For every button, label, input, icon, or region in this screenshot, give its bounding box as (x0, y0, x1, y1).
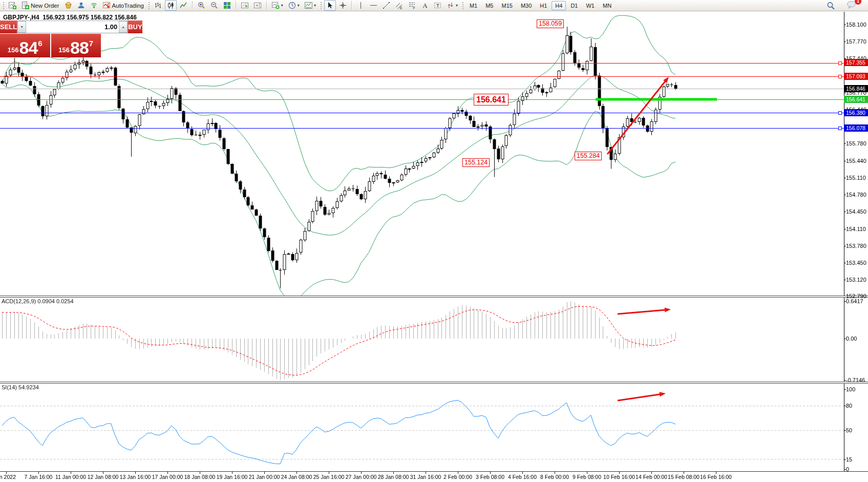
bar-chart-button[interactable] (152, 0, 164, 11)
chart-canvas[interactable] (0, 0, 868, 482)
price-badge: 156.078 (844, 124, 868, 132)
time-axis-label: 13 Jan 16:00 (120, 474, 151, 480)
price-axis-label: 155.780 (846, 140, 866, 146)
sell-button[interactable]: SELL (0, 20, 17, 33)
buy-price-button[interactable]: 156 88 7 (51, 34, 101, 57)
toolbar-separator (236, 1, 237, 10)
signals-icon (90, 2, 98, 9)
arrows-icon (447, 2, 454, 9)
zoom-in-button[interactable] (196, 0, 207, 11)
price-badge: 157.093 (844, 73, 868, 80)
template-icon (305, 2, 312, 9)
timeframe-H4[interactable]: H4 (552, 1, 566, 10)
zoom-in-icon (198, 2, 205, 9)
templates-dropdown[interactable]: ▾ (303, 0, 318, 11)
price-callout[interactable]: 155.124 (462, 158, 490, 167)
search-button[interactable] (824, 0, 837, 11)
time-axis-label: 14 Feb 00:00 (636, 474, 667, 480)
bid-price-pipette: 6 (38, 39, 42, 48)
new-chart-icon (9, 2, 16, 9)
timeframe-M1[interactable]: M1 (466, 1, 481, 10)
bid-price-big: 84 (19, 40, 38, 56)
timeframe-M15[interactable]: M15 (498, 1, 516, 10)
new-order-button[interactable]: New Order (19, 0, 61, 11)
timeframe-W1[interactable]: W1 (582, 1, 598, 10)
time-axis-label: 16 Feb 16:00 (700, 474, 732, 480)
price-axis-label: 155.440 (846, 158, 866, 164)
bar-chart-icon (154, 2, 162, 9)
terminal-window: { "toolbar": { "new_order_label": "New O… (0, 0, 868, 482)
tile-windows-icon (223, 2, 231, 9)
text-button[interactable]: A (419, 0, 431, 11)
svg-text:E: E (400, 6, 403, 10)
timeframe-M5[interactable]: M5 (482, 1, 497, 10)
metaeditor-button[interactable] (62, 0, 74, 11)
cursor-button[interactable] (324, 0, 336, 11)
toolbar-grip[interactable] (320, 2, 322, 9)
rsi-axis-label: 15 (846, 456, 852, 463)
timeframe-D1[interactable]: D1 (567, 1, 581, 10)
fibonacci-button[interactable]: F (406, 0, 418, 11)
volume-input[interactable] (26, 21, 119, 33)
sell-price-button[interactable]: 156 84 6 (0, 34, 50, 57)
timeframe-MN[interactable]: MN (599, 1, 615, 10)
vertical-line-button[interactable] (355, 0, 367, 11)
buy-button[interactable]: BUY (128, 20, 142, 33)
timeframe-M30[interactable]: M30 (517, 1, 535, 10)
one-click-trading-panel: SELL ▼ ▲ BUY 156 84 6 156 88 7 (0, 20, 101, 57)
autotrading-label: AutoTrading (112, 3, 144, 9)
rsi-axis-label: 50 (846, 427, 852, 433)
time-axis-label: 4 Feb 16:00 (508, 474, 537, 480)
candlestick-chart-button[interactable] (165, 0, 177, 11)
timeframe-H1[interactable]: H1 (536, 1, 551, 10)
rsi-axis-label: 100 (846, 386, 855, 392)
toolbar-separator (192, 1, 193, 10)
price-axis-label: 155.110 (846, 175, 866, 181)
dropdown-caret-icon: ▾ (281, 4, 283, 8)
ask-price-big: 88 (70, 40, 89, 56)
price-axis-label: 158.100 (846, 22, 866, 28)
price-axis-label: 153.780 (846, 243, 866, 249)
toolbar-grip[interactable] (3, 2, 5, 9)
trendline-button[interactable] (380, 0, 392, 11)
horizontal-line-button[interactable] (368, 0, 379, 11)
profiles-button[interactable] (75, 0, 87, 11)
one-click-price-row: 156 84 6 156 88 7 (0, 34, 101, 57)
chat-button[interactable]: 1 (844, 0, 858, 11)
line-chart-button[interactable] (178, 0, 189, 11)
zoom-out-button[interactable] (208, 0, 220, 11)
price-callout[interactable]: 155.284 (575, 152, 602, 160)
rsi-axis-label: 80 (846, 403, 852, 409)
price-axis-label: 154.780 (846, 192, 866, 198)
bid-price-prefix: 156 (8, 46, 19, 54)
chart-shift-button[interactable] (252, 0, 264, 11)
signals-button[interactable] (88, 0, 100, 11)
time-axis-label: 18 Jan 08:00 (184, 474, 216, 480)
arrows-dropdown[interactable]: ▾ (444, 0, 460, 11)
panel-separator[interactable] (0, 382, 868, 384)
volume-increase-button[interactable]: ▲ (119, 21, 128, 33)
time-axis-border (0, 471, 868, 472)
ask-price-prefix: 156 (58, 46, 70, 54)
main-toolbar: New Order AutoTrading ▾ (0, 0, 868, 11)
crosshair-button[interactable] (337, 0, 349, 11)
toolbar-grip[interactable] (148, 2, 150, 9)
price-callout[interactable]: 158.059 (537, 19, 564, 28)
price-badge: 156.641 (844, 96, 868, 103)
toolbar-grip[interactable] (462, 2, 464, 9)
tile-windows-button[interactable] (221, 0, 233, 11)
timeframes-dropdown[interactable]: ▾ (286, 0, 302, 11)
panel-separator[interactable] (0, 296, 868, 298)
svg-text:T: T (436, 3, 439, 8)
new-chart-button[interactable] (7, 0, 18, 11)
auto-scroll-icon (241, 2, 249, 9)
text-label-button[interactable]: T (432, 0, 443, 11)
price-callout[interactable]: 156.641 (474, 94, 509, 106)
indicators-dropdown[interactable]: ▾ (270, 0, 285, 11)
time-axis-label: 7 Jan 16:00 (25, 474, 53, 480)
auto-scroll-button[interactable] (239, 0, 251, 11)
volume-decrease-button[interactable]: ▼ (17, 21, 26, 33)
equidistant-channel-button[interactable]: E (393, 0, 405, 11)
toolbar-separator (351, 1, 352, 10)
autotrading-button[interactable]: AutoTrading (101, 0, 146, 11)
